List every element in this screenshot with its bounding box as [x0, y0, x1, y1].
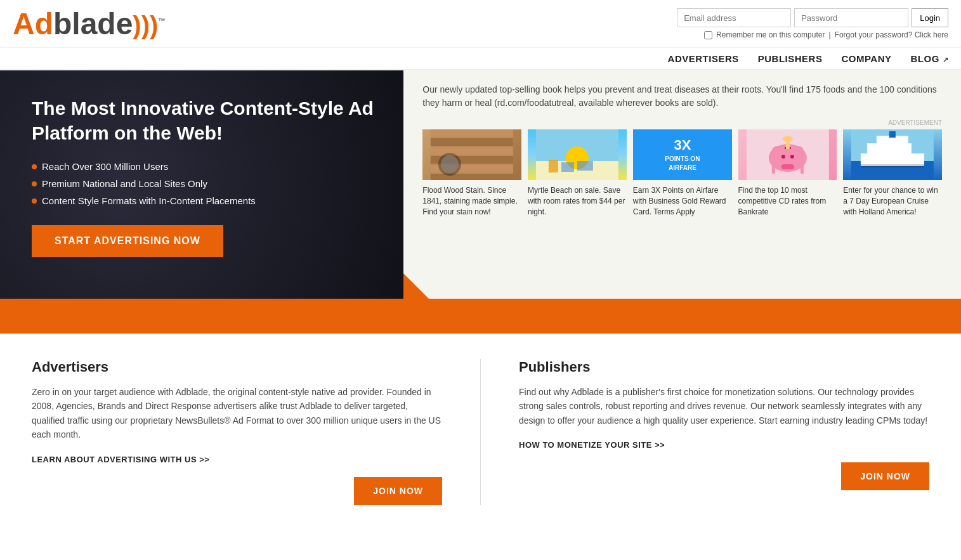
svg-rect-1	[431, 129, 513, 137]
ad-card-piggy[interactable]: Find the top 10 most competitive CD rate…	[738, 129, 837, 217]
ad-caption-cruise: Enter for your chance to win a 7 Day Eur…	[843, 185, 942, 217]
svg-rect-3	[431, 147, 513, 155]
ad-cards: Flood Wood Stain. Since 1841, staining m…	[422, 129, 942, 217]
svg-rect-14	[549, 160, 558, 173]
bullet-dot-1	[32, 164, 37, 169]
logo[interactable]: Adblade)))™	[13, 6, 166, 41]
svg-rect-12	[561, 162, 574, 172]
logo-waves: )))	[133, 11, 158, 39]
svg-text:AIRFARE: AIRFARE	[669, 164, 696, 171]
ad-image-airfare: 3X POINTS ON AIRFARE	[633, 129, 732, 180]
publishers-monetize-link[interactable]: HOW TO MONETIZE YOUR SITE >>	[519, 440, 929, 450]
ad-image-piggy	[738, 129, 837, 180]
advertisers-learn-link[interactable]: LEARN ABOUT ADVERTISING WITH US >>	[32, 455, 442, 464]
hero-title: The Most Innovative Content-Style Ad Pla…	[32, 96, 378, 145]
nav-advertisers[interactable]: ADVERTISERS	[668, 53, 739, 64]
remember-checkbox[interactable]	[704, 31, 712, 39]
start-advertising-button[interactable]: START ADVERTISING NOW	[32, 225, 223, 257]
advertisers-title: Advertisers	[32, 359, 442, 375]
svg-text:3X: 3X	[674, 137, 691, 153]
info-section: Advertisers Zero in on your target audie…	[0, 334, 961, 530]
remember-label: Remember me on this computer	[716, 30, 825, 39]
main-nav: ADVERTISERS PUBLISHERS COMPANY BLOG ↗	[0, 48, 961, 70]
publishers-join-button[interactable]: JOIN NOW	[841, 462, 929, 490]
nav-blog[interactable]: BLOG ↗	[910, 53, 948, 64]
bullet-3: Content Style Formats with In-Content Pl…	[32, 195, 378, 206]
svg-rect-6	[431, 174, 513, 180]
svg-point-23	[781, 155, 785, 159]
nav-company[interactable]: COMPANY	[841, 53, 891, 64]
ad-image-beach	[528, 129, 627, 180]
email-input[interactable]	[677, 8, 791, 27]
hero-bullets: Reach Over 300 Million Users Premium Nat…	[32, 161, 378, 206]
ad-image-wood	[422, 129, 521, 180]
orange-bar	[0, 299, 961, 334]
ad-caption-wood: Flood Wood Stain. Since 1841, staining m…	[422, 185, 521, 217]
hero-left: The Most Innovative Content-Style Ad Pla…	[0, 70, 403, 299]
svg-rect-25	[781, 164, 794, 169]
svg-rect-34	[867, 143, 912, 155]
bullet-dot-2	[32, 181, 37, 186]
ad-caption-airfare: Earn 3X Points on Airfare with Business …	[633, 185, 732, 217]
hero-section: The Most Innovative Content-Style Ad Pla…	[0, 70, 961, 299]
ad-card-airfare[interactable]: 3X POINTS ON AIRFARE Earn 3X Points on A…	[633, 129, 732, 217]
forgot-password-link[interactable]: Forgot your password? Click here	[835, 30, 948, 39]
bullet-1: Reach Over 300 Million Users	[32, 161, 378, 172]
header-right: Login Remember me on this computer | For…	[677, 8, 948, 39]
bullet-dot-3	[32, 199, 37, 204]
publishers-title: Publishers	[519, 359, 929, 375]
svg-rect-26	[771, 164, 775, 174]
hero-triangle	[403, 273, 429, 299]
nav-publishers[interactable]: PUBLISHERS	[758, 53, 823, 64]
publishers-col: Publishers Find out why Adblade is a pub…	[519, 359, 929, 505]
ad-caption-piggy: Find the top 10 most competitive CD rate…	[738, 185, 837, 217]
advertisement-label: ADVERTISEMENT	[422, 119, 942, 126]
advertisers-text: Zero in on your target audience with Adb…	[32, 385, 442, 442]
remember-row: Remember me on this computer | Forgot yo…	[704, 30, 948, 39]
logo-ad: Ad	[13, 7, 53, 41]
svg-rect-13	[577, 161, 593, 171]
ad-image-cruise	[843, 129, 942, 180]
svg-rect-30	[785, 141, 789, 149]
ad-caption-beach: Myrtle Beach on sale. Save with room rat…	[528, 185, 627, 217]
svg-point-24	[790, 155, 794, 159]
separator: |	[828, 30, 830, 39]
col-divider	[480, 359, 481, 505]
ad-card-cruise[interactable]: Enter for your chance to win a 7 Day Eur…	[843, 129, 942, 217]
header: Adblade)))™ Login Remember me on this co…	[0, 0, 961, 48]
svg-rect-2	[431, 138, 513, 146]
publishers-text: Find out why Adblade is a publisher's fi…	[519, 385, 929, 427]
login-row: Login	[677, 8, 948, 27]
svg-rect-27	[800, 164, 803, 174]
login-button[interactable]: Login	[912, 8, 948, 27]
hero-right: Our newly updated top-selling book helps…	[403, 70, 961, 299]
svg-point-29	[782, 136, 792, 142]
svg-point-21	[771, 146, 784, 156]
svg-rect-37	[861, 164, 924, 167]
logo-tm: ™	[158, 16, 166, 25]
advertisers-join-button[interactable]: JOIN NOW	[354, 477, 442, 505]
svg-point-8	[441, 155, 459, 173]
advertisers-col: Advertisers Zero in on your target audie…	[32, 359, 442, 505]
ad-card-beach[interactable]: Myrtle Beach on sale. Save with room rat…	[528, 129, 627, 217]
svg-point-22	[790, 146, 803, 156]
external-link-icon: ↗	[943, 56, 949, 63]
ad-card-wood[interactable]: Flood Wood Stain. Since 1841, staining m…	[422, 129, 521, 217]
svg-rect-36	[889, 131, 896, 138]
password-input[interactable]	[794, 8, 908, 27]
hero-article-text: Our newly updated top-selling book helps…	[422, 83, 942, 110]
svg-text:POINTS ON: POINTS ON	[665, 155, 700, 162]
bullet-2: Premium National and Local Sites Only	[32, 178, 378, 189]
logo-blade: blade	[53, 7, 133, 41]
